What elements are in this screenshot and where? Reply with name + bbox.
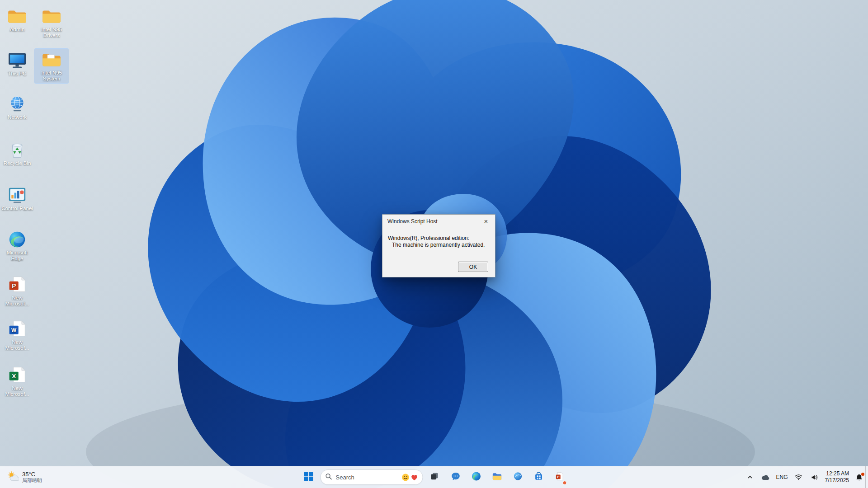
heart-emoji-icon	[411, 474, 418, 481]
copilot-icon	[514, 472, 523, 483]
desktop-icon-intel-n95-drivers[interactable]: Intel N95 Drivers	[34, 5, 69, 40]
system-tray: ENG 12:25 AM 7/17/2025	[745, 466, 864, 488]
desktop-icon-this-pc[interactable]: This PC	[0, 50, 34, 78]
desktop-icon-intel-n95-system[interactable]: Intel N95 System	[34, 49, 69, 83]
excel-document-icon: X	[7, 366, 28, 384]
search-highlight-emojis	[402, 474, 418, 481]
powerpoint-icon: P	[556, 472, 564, 483]
desktop-icon-label: Control Panel	[0, 206, 34, 211]
dialog-title: Windows Script Host	[382, 215, 477, 228]
file-explorer-icon	[492, 472, 502, 483]
svg-text:X: X	[12, 373, 16, 380]
edge-icon	[7, 230, 28, 249]
weather-icon	[7, 471, 19, 483]
desktop-icon-label: Admin	[0, 27, 34, 33]
dialog-message-line2: The machine is permanently activated.	[388, 242, 490, 249]
desktop-icon-label: New Microsof...	[0, 295, 34, 307]
folder-icon	[41, 7, 62, 25]
recycle-bin-icon	[7, 141, 28, 159]
desktop-icon-label: Intel N95 System	[34, 70, 69, 82]
edge-button[interactable]	[467, 468, 486, 486]
tray-date: 7/17/2025	[825, 477, 849, 484]
word-document-icon: W	[7, 320, 28, 338]
folder-icon	[7, 7, 28, 25]
computer-icon	[7, 52, 28, 70]
chat-bubble-icon	[451, 472, 460, 483]
desktop-icon-new-word[interactable]: W New Microsof...	[0, 318, 34, 352]
cloud-icon	[761, 474, 769, 480]
desktop-icon-label: Recycle Bin	[0, 160, 34, 166]
task-view-icon	[430, 472, 439, 483]
wifi-icon	[795, 474, 802, 480]
dialog-titlebar[interactable]: Windows Script Host ×	[382, 215, 495, 228]
desktop-icon-new-excel[interactable]: X New Microsof...	[0, 364, 34, 399]
desktop-icon-label: Intel N95 Drivers	[34, 27, 69, 38]
desktop-icon-admin[interactable]: Admin	[0, 5, 34, 34]
search-icon	[326, 473, 332, 482]
smiley-emoji-icon	[402, 474, 410, 481]
ok-button[interactable]: OK	[458, 262, 488, 272]
file-explorer-button[interactable]	[488, 468, 506, 486]
clock-date-button[interactable]: 12:25 AM 7/17/2025	[825, 470, 849, 484]
desktop-icon-control-panel[interactable]: Control Panel	[0, 184, 34, 213]
desktop-icon-microsoft-edge[interactable]: Microsoft Edge	[0, 229, 34, 263]
store-icon	[534, 472, 543, 483]
edge-icon	[472, 471, 481, 483]
tray-chevron-up-button[interactable]	[745, 473, 755, 482]
weather-condition: 局部晴朗	[22, 478, 42, 483]
dialog-body: Windows(R), Professional edition: The ma…	[382, 228, 495, 249]
search-placeholder: Search	[336, 474, 398, 481]
network-globe-icon	[7, 95, 28, 113]
speaker-icon	[811, 474, 818, 480]
desktop-icon-label: New Microsof...	[0, 385, 34, 397]
desktop-icon-label: This PC	[0, 71, 34, 77]
folder-with-files-icon	[41, 51, 62, 69]
dialog-message-line1: Windows(R), Professional edition:	[388, 235, 490, 242]
svg-text:W: W	[11, 327, 17, 333]
store-button[interactable]	[530, 468, 548, 486]
notification-red-dot	[861, 473, 864, 476]
search-input[interactable]: Search	[321, 469, 423, 485]
desktop-icon-network[interactable]: Network	[0, 93, 34, 122]
notifications-button[interactable]	[854, 472, 864, 483]
taskbar: 35°C 局部晴朗 Search	[0, 466, 868, 488]
close-icon[interactable]: ×	[477, 215, 495, 228]
copilot-button[interactable]	[509, 468, 527, 486]
weather-temperature: 35°C	[22, 471, 42, 478]
desktop-icon-label: New Microsof...	[0, 339, 34, 351]
onedrive-button[interactable]	[760, 473, 771, 482]
powerpoint-document-icon: P	[7, 276, 28, 294]
windows-script-host-dialog: Windows Script Host × Windows(R), Profes…	[382, 214, 495, 277]
control-panel-icon	[7, 186, 28, 204]
chevron-up-icon	[747, 474, 753, 480]
powerpoint-button[interactable]: P	[551, 468, 569, 486]
windows-logo-icon	[304, 471, 314, 483]
desktop-icon-label: Microsoft Edge	[0, 250, 34, 262]
chat-button[interactable]	[447, 468, 465, 486]
svg-text:P: P	[12, 282, 16, 289]
taskbar-center-group: Search	[300, 466, 569, 488]
desktop-icon-label: Network	[0, 114, 34, 120]
weather-widget[interactable]: 35°C 局部晴朗	[5, 466, 45, 488]
notification-badge-dot	[563, 481, 567, 485]
tray-time: 12:25 AM	[825, 470, 849, 477]
start-button[interactable]	[300, 468, 318, 486]
volume-button[interactable]	[809, 473, 820, 482]
desktop-icon-new-powerpoint[interactable]: P New Microsof...	[0, 274, 34, 308]
svg-text:P: P	[557, 475, 559, 479]
desktop-icon-recycle-bin[interactable]: Recycle Bin	[0, 139, 34, 168]
language-indicator[interactable]: ENG	[776, 474, 788, 480]
task-view-button[interactable]	[426, 468, 444, 486]
wifi-button[interactable]	[793, 472, 804, 482]
show-desktop-button[interactable]	[865, 466, 868, 488]
